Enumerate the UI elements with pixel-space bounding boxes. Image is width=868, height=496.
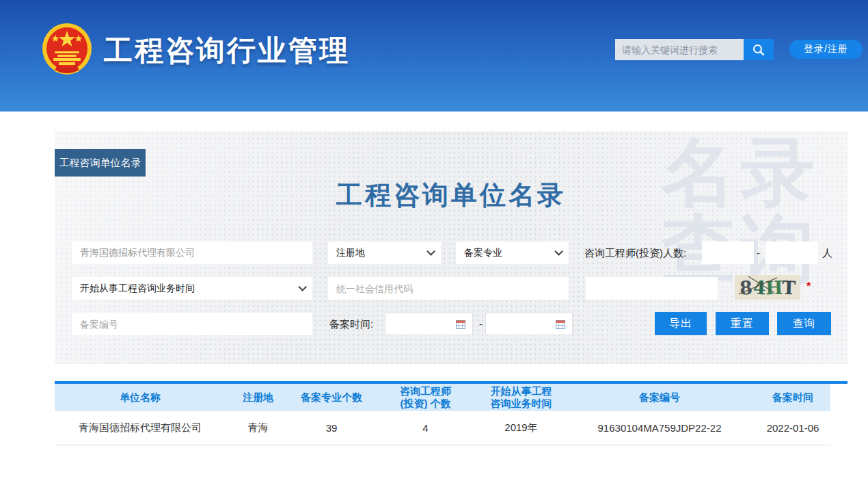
chevron-down-icon <box>554 247 563 256</box>
engineer-count-min-input[interactable] <box>702 242 754 264</box>
chevron-down-icon <box>426 247 435 256</box>
search-button[interactable] <box>744 39 774 60</box>
query-button[interactable]: 查询 <box>777 312 831 335</box>
record-specialty-select[interactable]: 备案专业 <box>456 242 569 264</box>
col-header-record-no: 备案编号 <box>564 391 755 404</box>
range-dash: - <box>757 242 760 264</box>
registration-place-value: 注册地 <box>336 247 365 259</box>
reset-button[interactable]: 重置 <box>716 312 769 335</box>
magnifier-icon <box>752 43 765 57</box>
page-title: 工程咨询单位名录 <box>55 178 847 213</box>
col-header-engineer-count: 咨询工程师 (投资) 个数 <box>372 385 478 410</box>
login-register-button[interactable]: 登录/注册 <box>789 40 863 59</box>
cell-record-no: 91630104MA759JDP22-22 <box>564 422 755 434</box>
table-row: 青海国德招标代理有限公司 青海 39 4 2019年 91630104MA759… <box>55 411 830 445</box>
results-table: 单位名称 注册地 备案专业个数 咨询工程师 (投资) 个数 开始从事工程 咨询业… <box>55 381 847 445</box>
record-time-end-datepicker[interactable] <box>485 313 573 335</box>
captcha-image[interactable]: 8 4 H T <box>735 275 800 300</box>
table-header-row: 单位名称 注册地 备案专业个数 咨询工程师 (投资) 个数 开始从事工程 咨询业… <box>55 384 830 411</box>
date-range-dash: - <box>479 313 483 335</box>
search-input[interactable] <box>615 39 744 60</box>
cell-start-time: 2019年 <box>478 421 564 434</box>
required-asterisk: * <box>806 280 811 293</box>
person-unit-label: 人 <box>822 242 832 264</box>
national-emblem-logo <box>41 23 93 77</box>
chevron-down-icon <box>298 283 307 291</box>
site-title: 工程咨询行业管理 <box>104 31 350 70</box>
credit-code-input[interactable] <box>328 277 569 300</box>
company-name-input[interactable] <box>72 242 312 264</box>
record-time-start-datepicker[interactable] <box>385 313 473 335</box>
col-header-unit-name: 单位名称 <box>55 391 226 404</box>
directory-panel: 名录 查询 工程咨询单位名录 工程咨询单位名录 注册地 备案专业 咨询工程师(投… <box>55 131 847 364</box>
captcha-input[interactable] <box>586 277 718 300</box>
cell-unit-name: 青海国德招标代理有限公司 <box>55 421 226 434</box>
tab-consulting-unit-directory[interactable]: 工程咨询单位名录 <box>55 149 146 177</box>
calendar-icon <box>556 319 565 329</box>
captcha-noise-lines <box>735 275 800 300</box>
export-button[interactable]: 导出 <box>655 312 707 335</box>
cell-engineer-count: 4 <box>372 422 478 434</box>
site-header: 工程咨询行业管理 登录/注册 <box>0 0 868 112</box>
engineer-count-label: 咨询工程师(投资)人数: <box>584 242 686 264</box>
col-header-start-time: 开始从事工程 咨询业务时间 <box>478 385 564 410</box>
cell-specialty-count: 39 <box>290 422 372 434</box>
record-time-label: 备案时间: <box>329 313 373 335</box>
start-business-time-select[interactable]: 开始从事工程咨询业务时间 <box>72 277 312 300</box>
registration-place-select[interactable]: 注册地 <box>328 242 441 264</box>
engineer-count-max-input[interactable] <box>765 242 818 264</box>
col-header-reg-place: 注册地 <box>226 391 290 404</box>
header-search <box>615 39 774 60</box>
col-header-specialty-count: 备案专业个数 <box>290 391 372 404</box>
record-specialty-value: 备案专业 <box>464 247 502 259</box>
record-number-input[interactable] <box>72 313 312 335</box>
start-business-time-value: 开始从事工程咨询业务时间 <box>80 283 195 295</box>
cell-record-time: 2022-01-06 <box>755 422 830 434</box>
calendar-icon <box>456 319 465 329</box>
col-header-record-time: 备案时间 <box>755 391 830 404</box>
cell-reg-place: 青海 <box>226 421 290 434</box>
